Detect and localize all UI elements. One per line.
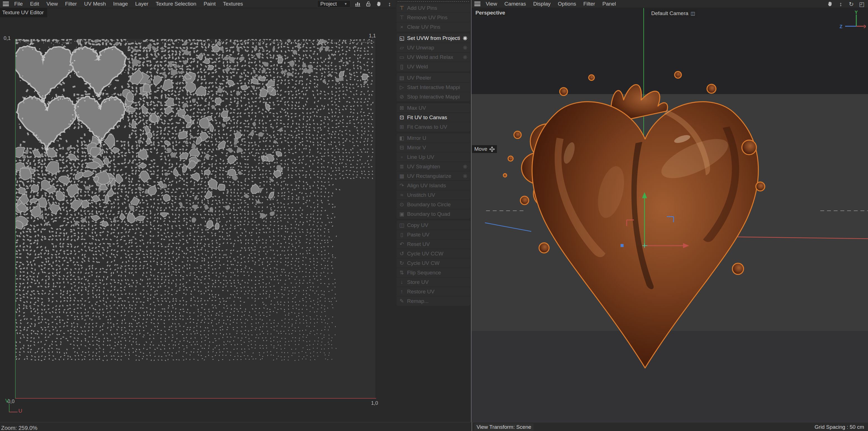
pin-remove-icon: ⊤ [397,15,407,20]
view-label[interactable]: Perspective [473,9,507,17]
vp-menu-panel[interactable]: Panel [599,1,620,7]
command-uv-peeler[interactable]: ▤ UV Peeler [397,73,470,82]
zoom-updown-icon[interactable]: ↕ [386,1,393,7]
uv-commands-panel: ⊤ Add UV Pins ⊤ Remove UV Pins × Clear U… [396,0,471,422]
command-uv-weld[interactable]: [] UV Weld [397,62,470,71]
vp-menu-options[interactable]: Options [554,1,580,7]
command-add-uv-pins[interactable]: ⊤ Add UV Pins [397,3,470,12]
uv-menu-filter[interactable]: Filter [61,1,80,7]
mirror-v-icon: ⊟ [397,145,407,150]
command-boundary-to-quad[interactable]: ▣ Boundary to Quad [397,209,470,219]
command-restore-uv[interactable]: ↑ Restore UV [397,287,470,296]
camera-label[interactable]: Default Camera ◫ [649,9,697,17]
command-mirror-u[interactable]: ◧ Mirror U [397,134,470,143]
pin-add-icon: ⊤ [397,5,407,10]
command-store-uv[interactable]: ↓ Store UV [397,277,470,287]
command-uv-rectangularize[interactable]: ▦ UV Rectangularize [397,171,470,181]
orientation-axis-gizmo[interactable]: Y Z X [839,10,866,33]
command-boundary-to-circle[interactable]: ⊙ Boundary to Circle [397,200,470,209]
command-remove-uv-pins[interactable]: ⊤ Remove UV Pins [397,12,470,22]
uv-menu-uv-mesh[interactable]: UV Mesh [80,1,110,7]
uv-menu-layer[interactable]: Layer [131,1,152,7]
vp-menu-display[interactable]: Display [530,1,554,7]
vp-menu-cameras[interactable]: Cameras [501,1,530,7]
uv-menu-image[interactable]: Image [110,1,132,7]
copy-icon: ◫ [397,223,407,228]
uv-command-group-1: ⊤ Add UV Pins ⊤ Remove UV Pins × Clear U… [397,3,470,32]
command-clear-uv-pins[interactable]: × Clear UV Pins [397,22,470,32]
vp-menu-view[interactable]: View [482,1,501,7]
hamburger-icon[interactable] [474,2,480,6]
fit-canvas-to-uv-icon: ⊞ [397,124,407,130]
uv-menu-textures[interactable]: Textures [219,1,247,7]
command-mirror-v[interactable]: ⊟ Mirror V [397,143,470,152]
perspective-viewport-panel: ViewCamerasDisplayOptionsFilterPanel ↕ ↻… [471,0,868,422]
v-axis-label: V [5,398,9,404]
command-max-uv[interactable]: ⊠ Max UV [397,103,470,113]
boundary-quad-icon: ▣ [397,211,407,217]
viewport-3d-stage[interactable]: Perspective Default Camera ◫ Move [471,8,868,422]
maximize-icon[interactable]: ◰ [859,1,865,7]
uv-corner-label-10: 1,0 [371,400,378,406]
command-stop-interactive-mapping[interactable]: ⊘ Stop Interactive Mapping [397,92,470,101]
u-axis-label: U [19,408,22,414]
unwrap-icon: ▱ [397,45,407,50]
project-dropdown[interactable]: Project ▼ [317,0,350,7]
uv-islands-canvas[interactable] [16,39,375,398]
command-line-up-uv[interactable]: ▫ Line Up UV [397,152,470,162]
vp-menu-filter[interactable]: Filter [580,1,599,7]
max-uv-icon: ⊠ [397,105,407,111]
gear-icon[interactable] [460,45,470,51]
paste-icon: ▯ [397,232,407,237]
straighten-icon: ≣ [397,164,407,169]
uv-grid-area[interactable] [16,39,375,398]
command-set-uvw-from-projection[interactable]: ◱ Set UVW from Projection [397,33,470,43]
remap-icon: ✎ [397,298,407,304]
gear-icon[interactable] [460,54,470,60]
boundary-circle-icon: ⊙ [397,202,407,207]
command-uv-weld-and-relax[interactable]: ▭ UV Weld and Relax [397,52,470,62]
command-fit-uv-to-canvas[interactable]: ⊡ Fit UV to Canvas [397,113,470,122]
texture-uv-editor-panel: FileEditViewFilterUV MeshImageLayerTextu… [0,0,396,422]
hand-icon[interactable] [827,1,833,7]
move-tooltip-text: Move [474,146,487,152]
command-cycle-uv-cw[interactable]: ↻ Cycle UV CW [397,258,470,268]
uv-menu-file[interactable]: File [10,1,27,7]
hamburger-icon[interactable] [3,2,9,6]
gear-icon[interactable] [460,164,470,169]
command-unstitch-uv[interactable]: ≈ Unstitch UV [397,190,470,200]
command-remap[interactable]: ✎ Remap... [397,296,470,306]
histogram-icon[interactable] [354,1,361,7]
viewport-toolbar: ↕ ↻ ◰ [827,0,865,8]
rotate-icon[interactable]: ↻ [848,1,855,7]
v-axis-gizmo-line [9,404,9,412]
gear-icon[interactable] [460,173,470,179]
command-uv-unwrap[interactable]: ▱ UV Unwrap [397,43,470,52]
uv-menu-view[interactable]: View [43,1,61,7]
command-paste-uv[interactable]: ▯ Paste UV [397,230,470,239]
command-uv-straighten[interactable]: ≣ UV Straighten [397,162,470,171]
weld-relax-icon: ▭ [397,54,407,60]
uv-menu-texture-selection[interactable]: Texture Selection [152,1,200,7]
chocolate-heart-model[interactable] [503,71,765,368]
command-align-uv-islands[interactable]: ↷ Align UV Islands [397,181,470,190]
panel-grip-handle[interactable] [397,1,469,2]
gear-icon[interactable] [460,35,470,41]
zoom-updown-icon[interactable]: ↕ [837,1,844,7]
camera-label-text: Default Camera [651,10,688,17]
u-axis-gizmo-line [9,412,18,412]
uv-command-group-2: ◱ Set UVW from Projection ▱ UV Unwrap ▭ … [397,33,470,71]
uv-menu-paint[interactable]: Paint [200,1,219,7]
command-start-interactive-mapping[interactable]: ▷ Start Interactive Mapping [397,82,470,92]
restore-icon: ↑ [397,289,407,294]
command-flip-sequence[interactable]: ⇅ Flip Sequence [397,268,470,277]
lock-open-icon[interactable] [365,1,372,7]
command-fit-canvas-to-uv[interactable]: ⊞ Fit Canvas to UV [397,122,470,132]
uv-menu-edit[interactable]: Edit [27,1,43,7]
uv-command-group-5: ◧ Mirror U ⊟ Mirror V ▫ Line Up UV [397,134,470,219]
command-reset-uv[interactable]: ↶ Reset UV [397,239,470,249]
command-copy-uv[interactable]: ◫ Copy UV [397,221,470,230]
hand-icon[interactable] [376,1,382,7]
command-cycle-uv-ccw[interactable]: ↺ Cycle UV CCW [397,249,470,258]
camera-link-icon[interactable]: ◫ [690,10,695,17]
